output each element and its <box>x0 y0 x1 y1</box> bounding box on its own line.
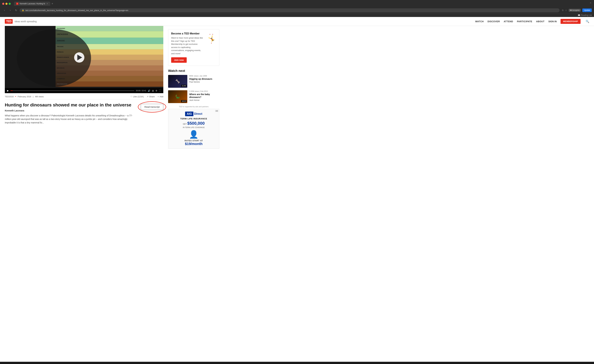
talk-meta-actions: ♡ Like (121K) ↗ Share + Add <box>130 95 163 98</box>
incognito-badge: 🕶 Incognito <box>569 9 581 12</box>
ad-amount: $500,000 <box>187 121 205 126</box>
subtitle-icon[interactable]: ▤ <box>152 89 154 92</box>
ad-coverage-detail: IN TERM LIFE COVERAGE <box>171 127 217 128</box>
tab-title: Kenneth Lacovara: Hunting fo <box>20 3 45 5</box>
tab-close-icon[interactable]: ✕ <box>47 3 48 5</box>
transcript-button-wrapper: Read transcript <box>141 102 163 110</box>
membership-info: Become a TED Member Want to hear more gr… <box>171 32 204 63</box>
url-text: ted.com/talks/kenneth_lacovara_hunting_f… <box>26 9 557 12</box>
ad-rates-label: RATES START AT <box>171 140 217 142</box>
new-tab-button[interactable]: + <box>52 2 53 6</box>
talk-title: Hunting for dinosaurs showed me our plac… <box>5 102 138 108</box>
add-button[interactable]: + Add <box>158 95 163 98</box>
talk-event: TED2016 <box>5 95 14 98</box>
talk-text: Hunting for dinosaurs showed me our plac… <box>5 102 138 125</box>
ted-logo[interactable]: TED Ideas worth spreading <box>5 19 37 24</box>
nav-participate[interactable]: PARTICIPATE <box>517 20 532 23</box>
membership-card: Become a TED Member Want to hear more gr… <box>168 29 219 66</box>
volume-icon[interactable]: 🔊 <box>148 89 150 92</box>
membership-button[interactable]: MEMBERSHIP <box>560 19 580 24</box>
active-tab[interactable]: T Kenneth Lacovara: Hunting fo ✕ <box>14 2 50 6</box>
talk-2-duration: 18:23 <box>181 100 187 102</box>
forward-button[interactable]: › <box>8 8 13 13</box>
sign-in-button[interactable]: SIGN IN <box>548 20 557 23</box>
talk-description: Hunting for dinosaurs showed me our plac… <box>5 99 163 128</box>
talk-date: February 2016 <box>18 95 31 98</box>
settings-icon[interactable]: ⚙ <box>155 89 157 92</box>
reload-button[interactable]: ↻ <box>14 8 18 13</box>
fullscreen-icon[interactable]: ⛶ <box>159 89 161 92</box>
talk-meta: TED2016 • February 2016 | 4M views ♡ Lik… <box>5 93 163 99</box>
deco-dots-top: ✦ ✦ <box>209 34 214 35</box>
ted-logo-mark: TED <box>5 19 13 24</box>
play-pause-button[interactable]: ▶ <box>7 89 9 92</box>
update-button[interactable]: Update <box>582 8 592 12</box>
close-button[interactable] <box>2 3 4 5</box>
browser-chrome: T Kenneth Lacovara: Hunting fo ✕ + ⌃ ‹ ›… <box>0 0 594 17</box>
main-content: PALEOZOIC CRETACEOUS JURASSIC TRIASSIC P… <box>0 26 224 149</box>
heart-icon: ♡ <box>130 95 132 98</box>
membership-title: Become a TED Member <box>171 32 204 35</box>
video-controls: ▶ 00:00 / 15:41 🔊 ▤ ⚙ ⛶ <box>5 88 163 93</box>
video-player[interactable]: PALEOZOIC CRETACEOUS JURASSIC TRIASSIC P… <box>5 26 163 93</box>
read-transcript-button[interactable]: Read transcript <box>141 104 163 110</box>
maximize-button[interactable] <box>9 3 11 5</box>
play-button[interactable] <box>74 52 84 63</box>
content-right: Become a TED Member Want to hear more gr… <box>168 26 219 149</box>
nav-discover[interactable]: DISCOVER <box>487 20 500 23</box>
aig-box: AIG <box>185 112 193 116</box>
content-left: PALEOZOIC CRETACEOUS JURASSIC TRIASSIC P… <box>5 26 168 149</box>
aig-direct: Direct <box>194 112 202 115</box>
share-button[interactable]: ↗ Share <box>147 95 155 98</box>
talk-meta-dot: • <box>15 95 16 98</box>
page-wrapper: TED Ideas worth spreading WATCH DISCOVER… <box>0 17 594 362</box>
ad-product: TERM LIFE INSURANCE <box>171 117 217 120</box>
talk-speaker: Kenneth Lacovara <box>5 109 138 112</box>
ad-section: TED is supported by ads and partners Ad … <box>168 106 219 149</box>
like-button[interactable]: ♡ Like (121K) <box>130 95 144 98</box>
progress-fill <box>10 90 13 91</box>
ted-header: TED Ideas worth spreading WATCH DISCOVER… <box>0 17 594 26</box>
ad-card[interactable]: Ad AIG Direct TERM LIFE INSURANCE GET $5… <box>168 109 219 149</box>
search-icon[interactable]: 🔍 <box>586 20 589 23</box>
membership-decoration: ✦ ✦ 🤸 ✦ <box>207 32 216 63</box>
talk-2-info: 2.83M views | Feb 2012 Where are the bab… <box>189 90 219 103</box>
talk-1-info: 895K views | Jan 2009 Digging up dinosau… <box>189 75 219 88</box>
watch-next-title: Watch next <box>168 69 219 73</box>
share-label: Share <box>149 95 155 98</box>
deco-figure: 🤸 <box>208 36 215 42</box>
minimize-button[interactable] <box>6 3 7 5</box>
talk-2-speaker: Jack Horner <box>189 99 219 101</box>
nav-attend[interactable]: ATTEND <box>504 20 513 23</box>
watch-next-card-1[interactable]: 🦴 21:46 895K views | Jan 2009 Digging up… <box>168 75 219 88</box>
talk-thumbnail-2: 🦕 18:23 <box>168 90 187 103</box>
lock-icon: 🔒 <box>22 9 24 11</box>
deco-dots-bottom: ✦ <box>211 42 212 44</box>
talk-summary: What happens when you discover a dinosau… <box>5 114 138 125</box>
talk-separator: | <box>33 95 33 98</box>
add-label: Add <box>160 95 163 98</box>
window-controls[interactable]: ⌃ <box>589 2 592 6</box>
reading-list-item[interactable]: 📖 Reading List <box>578 14 592 16</box>
join-now-button[interactable]: Join now <box>171 57 187 63</box>
browser-controls: ‹ › ↻ 🔒 ted.com/talks/kenneth_lacovara_h… <box>0 7 594 13</box>
progress-bar[interactable] <box>10 90 134 91</box>
nav-about[interactable]: ABOUT <box>536 20 544 23</box>
reading-list-label: Reading List <box>581 14 592 16</box>
address-bar[interactable]: 🔒 ted.com/talks/kenneth_lacovara_hunting… <box>20 8 560 12</box>
watch-next-card-2[interactable]: 🦕 18:23 2.83M views | Feb 2012 Where are… <box>168 90 219 103</box>
back-button[interactable]: ‹ <box>2 8 7 13</box>
talk-thumbnail-1: 🦴 21:46 <box>168 75 187 88</box>
reading-list-icon: 📖 <box>578 14 580 16</box>
ad-badge: Ad <box>215 110 218 112</box>
cast-icon[interactable]: ⎘ <box>562 9 563 12</box>
reading-list-bar: 📖 Reading List <box>0 13 594 17</box>
tab-bar: T Kenneth Lacovara: Hunting fo ✕ + <box>14 2 588 6</box>
ad-label: TED is supported by ads and partners <box>168 106 219 108</box>
bookmark-icon[interactable]: ☆ <box>565 9 567 12</box>
talk-meta-info: TED2016 • February 2016 | 4M views <box>5 95 44 98</box>
play-icon <box>77 54 82 60</box>
nav-watch[interactable]: WATCH <box>475 20 484 23</box>
talk-1-duration: 21:46 <box>181 85 187 87</box>
transcript-area: Hunting for dinosaurs showed me our plac… <box>5 102 163 125</box>
